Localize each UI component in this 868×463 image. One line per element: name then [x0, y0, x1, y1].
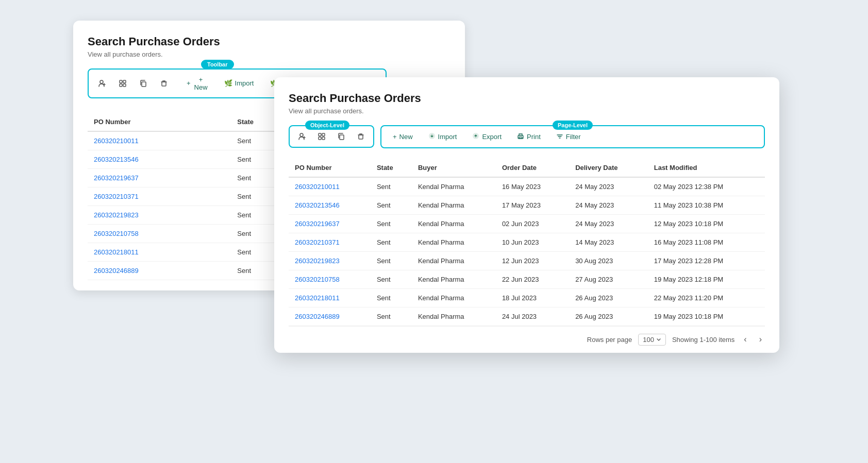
buyer-cell: Kendal Pharma: [412, 251, 496, 270]
po-link[interactable]: 260320218011: [94, 248, 139, 256]
order-date-cell: 16 May 2023: [496, 177, 569, 196]
plus-icon: +: [187, 79, 191, 87]
svg-rect-20: [322, 137, 325, 140]
state-cell: Sent: [371, 288, 412, 307]
rows-per-page-label: Rows per page: [587, 336, 632, 344]
pagination-bar: Rows per page 100 Showing 1-100 items ‹ …: [289, 326, 765, 353]
delivery-date-cell: 24 May 2023: [569, 177, 648, 196]
front-copy-button[interactable]: [333, 129, 349, 144]
svg-rect-8: [162, 82, 166, 86]
front-edit-button[interactable]: [313, 129, 330, 144]
po-link[interactable]: 260320219823: [94, 211, 139, 219]
pagination-info: Showing 1-100 items: [672, 336, 735, 344]
svg-point-0: [100, 80, 103, 83]
po-link[interactable]: 260320219637: [295, 220, 340, 228]
rows-per-page-select[interactable]: 100: [638, 334, 666, 346]
svg-rect-22: [359, 135, 363, 139]
po-link[interactable]: 260320213546: [94, 156, 139, 163]
order-date-cell: 18 Jul 2023: [496, 288, 569, 307]
svg-rect-4: [123, 80, 126, 83]
state-cell: Sent: [371, 177, 412, 196]
table-row: 260320219637 Sent Kendal Pharma 02 Jun 2…: [289, 214, 765, 233]
object-level-label: Object-Level: [305, 121, 349, 130]
front-col-delivery-date: Delivery Date: [569, 159, 648, 177]
order-date-cell: 22 Jun 2023: [496, 270, 569, 288]
po-link[interactable]: 260320213546: [295, 201, 340, 209]
last-modified-cell: 19 May 2023 10:18 PM: [648, 307, 765, 325]
buyer-cell: Kendal Pharma: [412, 214, 496, 233]
toolbar-label: Toolbar: [201, 60, 234, 69]
state-cell: Sent: [371, 307, 412, 325]
last-modified-cell: 22 May 2023 11:20 PM: [648, 288, 765, 307]
back-import-button[interactable]: 🌿 Import: [218, 76, 260, 90]
svg-rect-7: [142, 82, 146, 87]
front-table: PO Number State Buyer Order Date Deliver…: [289, 159, 765, 326]
po-link[interactable]: 260320219637: [94, 174, 139, 182]
front-print-button[interactable]: Print: [511, 130, 547, 144]
po-link[interactable]: 260320246889: [94, 267, 139, 275]
plus-icon: +: [393, 133, 397, 141]
front-filter-button[interactable]: Filter: [550, 130, 587, 144]
svg-rect-17: [319, 133, 321, 136]
back-copy-button[interactable]: [135, 76, 152, 91]
buyer-cell: Kendal Pharma: [412, 233, 496, 251]
front-delete-button[interactable]: [353, 129, 369, 144]
front-card: Search Purchase Orders View all purchase…: [274, 77, 779, 353]
front-export-button[interactable]: Export: [466, 129, 508, 144]
delivery-date-cell: 24 May 2023: [569, 196, 648, 214]
page-level-label: Page-Level: [553, 121, 593, 130]
object-level-toolbar: Object-Level: [289, 125, 374, 148]
svg-rect-6: [123, 84, 126, 87]
state-cell: Sent: [371, 251, 412, 270]
po-link[interactable]: 260320210758: [94, 230, 139, 237]
front-page-title: Search Purchase Orders: [289, 92, 765, 105]
next-page-button[interactable]: ›: [756, 334, 765, 345]
table-row: 260320246889 Sent Kendal Pharma 24 Jul 2…: [289, 307, 765, 325]
order-date-cell: 24 Jul 2023: [496, 307, 569, 325]
po-link[interactable]: 260320219823: [295, 257, 340, 265]
buyer-cell: Kendal Pharma: [412, 177, 496, 196]
order-date-cell: 17 May 2023: [496, 196, 569, 214]
back-page-subtitle: View all purchase orders.: [88, 50, 450, 58]
buyer-cell: Kendal Pharma: [412, 270, 496, 288]
po-link[interactable]: 260320210371: [295, 238, 340, 246]
front-add-user-button[interactable]: [294, 129, 310, 144]
back-delete-button[interactable]: [156, 76, 172, 91]
delivery-date-cell: 27 Aug 2023: [569, 270, 648, 288]
import-icon: 🌿: [224, 79, 232, 87]
order-date-cell: 10 Jun 2023: [496, 233, 569, 251]
last-modified-cell: 12 May 2023 10:18 PM: [648, 214, 765, 233]
back-edit-button[interactable]: [114, 76, 131, 91]
order-date-cell: 02 Jun 2023: [496, 214, 569, 233]
back-new-button[interactable]: + + New: [180, 73, 214, 94]
order-date-cell: 12 Jun 2023: [496, 251, 569, 270]
delivery-date-cell: 26 Aug 2023: [569, 288, 648, 307]
po-link[interactable]: 260320218011: [295, 294, 340, 302]
po-link[interactable]: 260320246889: [295, 313, 340, 320]
buyer-cell: Kendal Pharma: [412, 196, 496, 214]
table-row: 260320213546 Sent Kendal Pharma 17 May 2…: [289, 196, 765, 214]
export-icon: [472, 132, 479, 141]
front-col-order-date: Order Date: [496, 159, 569, 177]
svg-rect-3: [120, 80, 122, 83]
back-page-title: Search Purchase Orders: [88, 35, 450, 48]
front-new-button[interactable]: + New: [387, 130, 419, 144]
po-link[interactable]: 260320210371: [94, 193, 139, 200]
po-link[interactable]: 260320210011: [94, 137, 139, 145]
po-link[interactable]: 260320210011: [295, 183, 340, 191]
svg-rect-18: [322, 133, 325, 136]
front-col-state: State: [371, 159, 412, 177]
front-import-button[interactable]: Import: [422, 129, 463, 144]
po-link[interactable]: 260320210758: [295, 276, 340, 283]
front-col-po: PO Number: [289, 159, 371, 177]
table-row: 260320210758 Sent Kendal Pharma 22 Jun 2…: [289, 270, 765, 288]
state-cell: Sent: [371, 196, 412, 214]
front-page-subtitle: View all purchase orders.: [289, 107, 765, 115]
back-add-user-button[interactable]: [94, 76, 110, 91]
svg-rect-21: [340, 135, 344, 140]
table-row: 260320219823 Sent Kendal Pharma 12 Jun 2…: [289, 251, 765, 270]
last-modified-cell: 19 May 2023 12:18 PM: [648, 270, 765, 288]
prev-page-button[interactable]: ‹: [741, 334, 749, 345]
back-col-po: PO Number: [88, 113, 231, 131]
last-modified-cell: 02 May 2023 12:38 PM: [648, 177, 765, 196]
